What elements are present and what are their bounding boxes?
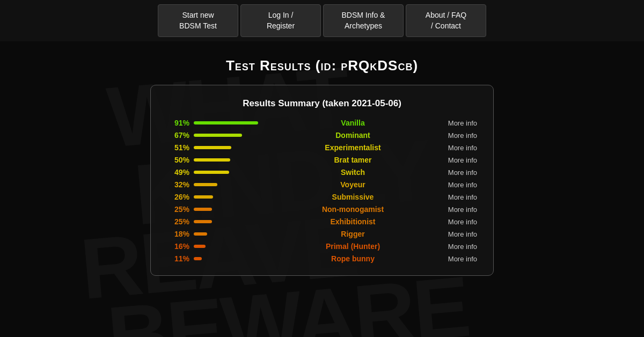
results-list: 91%VanillaMore info67%DominantMore info5… xyxy=(167,119,477,263)
result-bar-container xyxy=(194,195,269,199)
result-bar xyxy=(194,257,202,260)
result-bar xyxy=(194,121,258,124)
result-bar-container xyxy=(194,220,269,223)
result-more-info-link[interactable]: More info xyxy=(437,169,477,177)
results-container: Results Summary (taken 2021-05-06) 91%Va… xyxy=(150,85,494,276)
result-more-info-link[interactable]: More info xyxy=(437,156,477,164)
result-bar-container xyxy=(194,245,269,248)
result-more-info-link[interactable]: More info xyxy=(437,243,477,251)
result-name: Voyeur xyxy=(273,180,433,189)
result-row: 32%VoyeurMore info xyxy=(167,180,477,189)
result-bar xyxy=(194,208,212,211)
result-row: 25%ExhibitionistMore info xyxy=(167,217,477,226)
nav-btn-login[interactable]: Log In / Register xyxy=(240,4,321,37)
result-more-info-link[interactable]: More info xyxy=(437,206,477,214)
result-row: 26%SubmissiveMore info xyxy=(167,193,477,201)
result-bar-container xyxy=(194,208,269,211)
result-row: 51%ExperimentalistMore info xyxy=(167,143,477,152)
result-more-info-link[interactable]: More info xyxy=(437,181,477,189)
result-row: 11%Rope bunnyMore info xyxy=(167,254,477,263)
result-more-info-link[interactable]: More info xyxy=(437,119,477,127)
result-bar-container xyxy=(194,158,269,162)
result-row: 16%Primal (Hunter)More info xyxy=(167,242,477,251)
result-name: Primal (Hunter) xyxy=(273,242,433,251)
result-bar xyxy=(194,220,212,223)
result-more-info-link[interactable]: More info xyxy=(437,255,477,263)
result-name: Rigger xyxy=(273,230,433,238)
result-name: Rope bunny xyxy=(273,254,433,263)
result-row: 91%VanillaMore info xyxy=(167,119,477,127)
result-bar-container xyxy=(194,257,269,260)
result-name: Submissive xyxy=(273,193,433,201)
result-bar xyxy=(194,158,230,162)
result-more-info-link[interactable]: More info xyxy=(437,144,477,152)
result-more-info-link[interactable]: More info xyxy=(437,230,477,238)
result-name: Exhibitionist xyxy=(273,217,433,226)
result-bar xyxy=(194,134,242,137)
navbar: Start new BDSM TestLog In / RegisterBDSM… xyxy=(0,0,644,41)
result-bar-container xyxy=(194,146,269,149)
nav-btn-start-test[interactable]: Start new BDSM Test xyxy=(158,4,238,37)
result-percent: 25% xyxy=(167,205,189,214)
result-name: Dominant xyxy=(273,131,433,140)
result-more-info-link[interactable]: More info xyxy=(437,218,477,226)
result-bar xyxy=(194,171,229,174)
result-bar xyxy=(194,232,207,236)
result-name: Brat tamer xyxy=(273,156,433,164)
page-title: Test Results (id: pRQkDScb) xyxy=(0,41,644,85)
result-row: 67%DominantMore info xyxy=(167,131,477,140)
result-percent: 49% xyxy=(167,168,189,177)
result-bar-container xyxy=(194,171,269,174)
result-bar-container xyxy=(194,183,269,186)
result-name: Vanilla xyxy=(273,119,433,127)
result-name: Switch xyxy=(273,168,433,177)
result-name: Non-monogamist xyxy=(273,205,433,214)
result-bar-container xyxy=(194,134,269,137)
result-row: 49%SwitchMore info xyxy=(167,168,477,177)
result-percent: 32% xyxy=(167,180,189,189)
result-percent: 50% xyxy=(167,156,189,164)
result-percent: 25% xyxy=(167,217,189,226)
result-percent: 11% xyxy=(167,254,189,263)
result-percent: 26% xyxy=(167,193,189,201)
results-summary-title: Results Summary (taken 2021-05-06) xyxy=(167,98,477,109)
result-percent: 91% xyxy=(167,119,189,127)
result-name: Experimentalist xyxy=(273,143,433,152)
result-row: 50%Brat tamerMore info xyxy=(167,156,477,164)
result-percent: 16% xyxy=(167,242,189,251)
result-percent: 51% xyxy=(167,143,189,152)
result-bar xyxy=(194,183,217,186)
result-bar xyxy=(194,195,213,199)
result-bar xyxy=(194,146,231,149)
result-more-info-link[interactable]: More info xyxy=(437,193,477,201)
result-bar-container xyxy=(194,232,269,236)
nav-btn-about[interactable]: About / FAQ / Contact xyxy=(406,4,486,37)
result-bar xyxy=(194,245,206,248)
result-more-info-link[interactable]: More info xyxy=(437,131,477,140)
nav-btn-bdsm-info[interactable]: BDSM Info & Archetypes xyxy=(323,4,404,37)
result-row: 25%Non-monogamistMore info xyxy=(167,205,477,214)
result-percent: 18% xyxy=(167,230,189,238)
result-bar-container xyxy=(194,121,269,124)
result-row: 18%RiggerMore info xyxy=(167,230,477,238)
result-percent: 67% xyxy=(167,131,189,140)
